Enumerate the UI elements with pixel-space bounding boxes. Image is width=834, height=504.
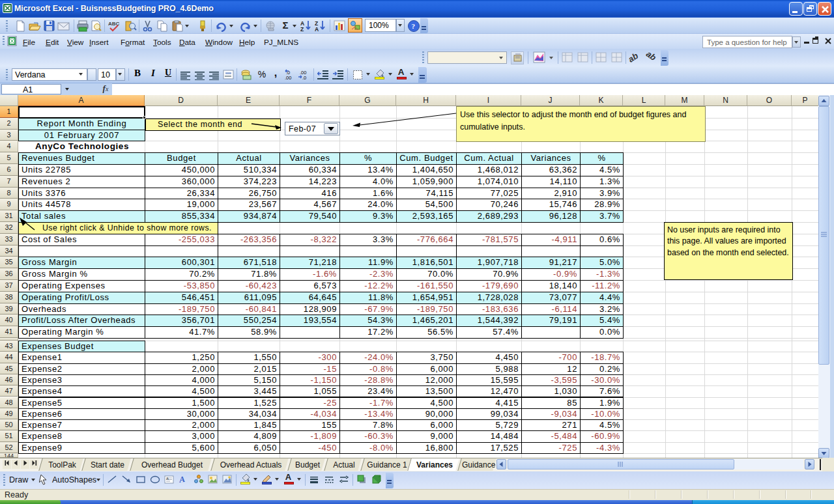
svg-text:A: A — [166, 477, 169, 481]
svg-text:A: A — [179, 474, 186, 484]
